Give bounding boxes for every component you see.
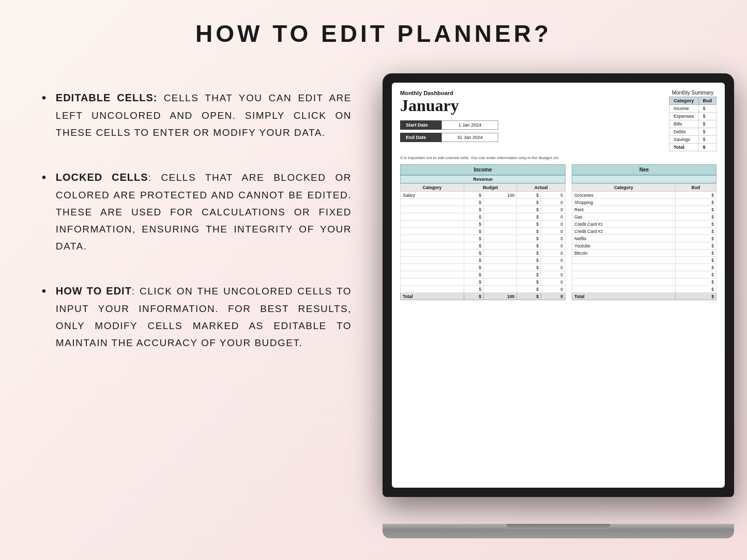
needs-table: Category Bud Groceries$ Shopping$ Rent$ — [572, 183, 716, 300]
income-col-actual: Actual — [517, 184, 566, 192]
end-date-value[interactable]: 31 Jan 2024 — [441, 133, 498, 142]
bullet-item-3: • How to Edit: Click on the uncolored ce… — [41, 282, 352, 352]
needs-row-14: $ — [572, 286, 716, 293]
needs-row-gas: Gas$ — [572, 213, 716, 221]
income-section: Income Revenue Category Budget Actual — [400, 164, 566, 300]
summary-debts-label: Debts — [669, 128, 698, 136]
summary-bills-label: Bills — [669, 120, 698, 128]
monthly-summary-section: Monthly Summary Category Bud — [669, 90, 716, 151]
laptop-screen-bezel: Monthly Dashboard January Start Date 1 J… — [383, 73, 734, 497]
summary-expenses-label: Expenses — [669, 113, 698, 120]
bullet-text-2: Locked Cells: Cells that are blocked or … — [56, 168, 352, 255]
income-row-4: $$0 — [401, 213, 566, 221]
page-title: HOW TO EDIT PLANNER? — [0, 0, 747, 48]
summary-total-label: Total — [669, 144, 698, 151]
income-row-5: $$0 — [401, 221, 566, 228]
bullet-dot-3: • — [41, 283, 47, 300]
needs-col-category: Category — [572, 184, 676, 192]
content-area: • Editable Cells: Cells that you can edi… — [0, 48, 747, 538]
income-row-3: $$0 — [401, 206, 566, 213]
needs-row-cc2: Credit Card #2$ — [572, 228, 716, 235]
summary-savings-label: Savings — [669, 136, 698, 144]
bullet-bold-3: How to Edit — [56, 285, 132, 297]
income-row-9: $$0 — [401, 250, 566, 257]
summary-row-bills: Bills $ — [669, 120, 716, 128]
needs-row-10: $ — [572, 257, 716, 264]
summary-table: Category Bud Income $ — [669, 97, 716, 151]
income-row-2: $$0 — [401, 199, 566, 206]
needs-row-netflix: Netflix$ — [572, 235, 716, 242]
needs-total-row: Total $ — [572, 293, 716, 300]
income-col-category: Category — [401, 184, 464, 192]
laptop-base-indent — [507, 524, 610, 529]
left-column: • Editable Cells: Cells that you can edi… — [41, 79, 352, 378]
needs-sub-header — [572, 175, 716, 183]
income-row-7: $$0 — [401, 235, 566, 242]
bullet-dot-2: • — [41, 169, 47, 186]
summary-row-savings: Savings $ — [669, 136, 716, 144]
laptop: Monthly Dashboard January Start Date 1 J… — [383, 73, 734, 538]
needs-row-shopping: Shopping$ — [572, 199, 716, 206]
summary-savings-val[interactable]: $ — [698, 136, 716, 144]
start-date-label: Start Date — [400, 120, 441, 130]
summary-row-expenses: Expenses $ — [669, 113, 716, 120]
income-header: Income — [400, 164, 566, 175]
needs-header: Nee — [572, 164, 716, 175]
needs-row-12: $ — [572, 271, 716, 278]
summary-income-label: Income — [669, 105, 698, 113]
summary-debts-val[interactable]: $ — [698, 128, 716, 136]
summary-col-category: Category — [669, 97, 698, 105]
income-total-row: Total $100 $0 — [401, 293, 566, 300]
start-date-value[interactable]: 1 Jan 2024 — [441, 120, 498, 130]
income-row-14: $$0 — [401, 286, 566, 293]
needs-row-cc1: Credit Card #1$ — [572, 221, 716, 228]
summary-row-income: Income $ — [669, 105, 716, 113]
needs-row-bitcoin: Bitcoin$ — [572, 250, 716, 257]
summary-row-debts: Debts $ — [669, 128, 716, 136]
end-date-label: End Date — [400, 133, 441, 142]
needs-row-youtube: Youtube$ — [572, 242, 716, 250]
bullet-body-2: : Cells that are blocked or colored are … — [56, 172, 352, 252]
monthly-summary-title: Monthly Summary — [669, 90, 716, 96]
revenue-sub-header: Revenue — [400, 175, 566, 183]
needs-row-13: $ — [572, 278, 716, 286]
income-row-10: $$0 — [401, 257, 566, 264]
bullet-item-2: • Locked Cells: Cells that are blocked o… — [41, 168, 352, 255]
bullet-item-1: • Editable Cells: Cells that you can edi… — [41, 89, 352, 142]
monthly-dashboard-label: Monthly Dashboard January Start Date 1 J… — [400, 90, 498, 151]
bullet-text-1: Editable Cells: Cells that you can edit … — [56, 89, 352, 142]
needs-row-rent: Rent$ — [572, 206, 716, 213]
start-date-row: Start Date 1 Jan 2024 — [400, 120, 498, 130]
dashboard-title: Monthly Dashboard — [400, 90, 498, 96]
bullet-bold-1: Editable Cells: — [56, 92, 158, 103]
bullet-text-3: How to Edit: Click on the uncolored cell… — [56, 282, 352, 352]
summary-total-val: $ — [698, 144, 716, 151]
income-row-11: $$0 — [401, 264, 566, 271]
end-date-row: End Date 31 Jan 2024 — [400, 133, 498, 142]
needs-section: Nee Category Bud — [572, 164, 716, 300]
income-col-budget: Budget — [464, 184, 517, 192]
income-row-6: $$0 — [401, 228, 566, 235]
summary-income-val[interactable]: $ — [698, 105, 716, 113]
needs-row-groceries: Groceries$ — [572, 192, 716, 199]
month-label: January — [400, 96, 498, 115]
tables-row: Income Revenue Category Budget Actual — [400, 164, 716, 300]
needs-row-11: $ — [572, 264, 716, 271]
income-table: Category Budget Actual Salary $1 — [400, 183, 566, 300]
spreadsheet-top-row: Monthly Dashboard January Start Date 1 J… — [400, 90, 716, 151]
right-column: Monthly Dashboard January Start Date 1 J… — [383, 73, 734, 538]
summary-bills-val[interactable]: $ — [698, 120, 716, 128]
income-row-12: $$0 — [401, 271, 566, 278]
income-row-salary: Salary $100 $0 — [401, 192, 566, 199]
summary-expenses-val[interactable]: $ — [698, 113, 716, 120]
laptop-base — [383, 524, 734, 538]
income-row-13: $$0 — [401, 278, 566, 286]
bullet-dot-1: • — [41, 90, 47, 106]
summary-row-total: Total $ — [669, 144, 716, 151]
spreadsheet-note: It is important not to edit colored cell… — [400, 155, 716, 160]
summary-col-bud: Bud — [698, 97, 716, 105]
bullet-bold-2: Locked Cells — [56, 172, 148, 183]
laptop-screen: Monthly Dashboard January Start Date 1 J… — [392, 83, 725, 488]
spreadsheet: Monthly Dashboard January Start Date 1 J… — [392, 83, 725, 488]
income-row-8: $$0 — [401, 242, 566, 250]
